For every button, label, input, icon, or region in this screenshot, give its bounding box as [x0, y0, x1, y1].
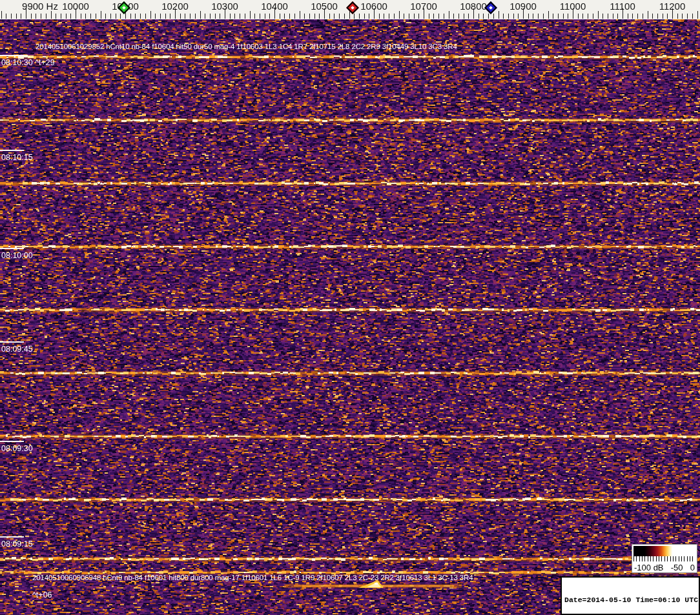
colorbar: -100 dB -50 0 — [632, 544, 697, 573]
time-label: ^t+06 — [32, 590, 52, 600]
freq-label-10700: 10700 — [410, 1, 437, 12]
colorbar-label-min: -100 dB — [634, 563, 664, 572]
freq-label-9900-Hz: 9900 Hz — [22, 1, 58, 12]
red-diamond-marker-icon[interactable] — [346, 1, 359, 14]
freq-label-10500: 10500 — [311, 1, 338, 12]
frequency-scale: 9900 Hz100001010010200103001040010500106… — [0, 0, 700, 19]
detection-annotation-1: 20140510061029852 hCnt10 nb-84 f10604 hi… — [36, 43, 457, 50]
time-label: 08:09:45 — [1, 345, 33, 354]
time-tick — [0, 341, 24, 343]
time-tick — [0, 55, 24, 56]
meteor-spectrogram-app: 9900 Hz100001010010200103001040010500106… — [0, 0, 700, 615]
colorbar-gradient — [633, 546, 695, 556]
colorbar-ticks — [633, 556, 695, 561]
freq-label-10800: 10800 — [460, 1, 487, 12]
freq-label-11000: 11000 — [560, 1, 586, 12]
detection-annotation-2: 20140510060906948 hCnt9 nb-84 f10601 hit… — [32, 574, 473, 581]
colorbar-label-mid: -50 — [671, 563, 683, 572]
time-tick — [0, 536, 24, 538]
time-tick — [0, 150, 24, 151]
station-info-box: Date=2014-05-10 Time=06:10 UTC Freq=143 … — [561, 576, 700, 615]
time-tick — [0, 248, 24, 249]
freq-label-10200: 10200 — [161, 1, 189, 12]
freq-label-11100: 11100 — [610, 1, 635, 12]
freq-label-10000: 10000 — [62, 1, 89, 12]
freq-label-11200: 11200 — [659, 1, 686, 12]
freq-label-10900: 10900 — [510, 1, 537, 12]
marker-center-dot — [351, 6, 355, 10]
time-label: 08:09:30 — [1, 444, 33, 453]
time-label: 08:10:00 — [1, 251, 33, 260]
freq-label-10600: 10600 — [360, 1, 387, 12]
spectrogram-canvas — [0, 0, 700, 615]
time-label: 08:10:30 ^t+29 — [1, 58, 55, 67]
marker-center-dot — [122, 6, 126, 10]
time-label: 08:10:15 — [1, 153, 33, 162]
colorbar-label-max: 0 — [690, 563, 695, 572]
freq-label-10400: 10400 — [261, 1, 288, 12]
time-label: 08:09:15 — [1, 539, 33, 549]
info-date-time: Date=2014-05-10 Time=06:10 UTC — [564, 596, 699, 605]
colorbar-labels: -100 dB -50 0 — [634, 563, 695, 572]
freq-label-10300: 10300 — [211, 1, 238, 12]
time-tick — [0, 441, 24, 442]
marker-center-dot — [489, 6, 493, 10]
